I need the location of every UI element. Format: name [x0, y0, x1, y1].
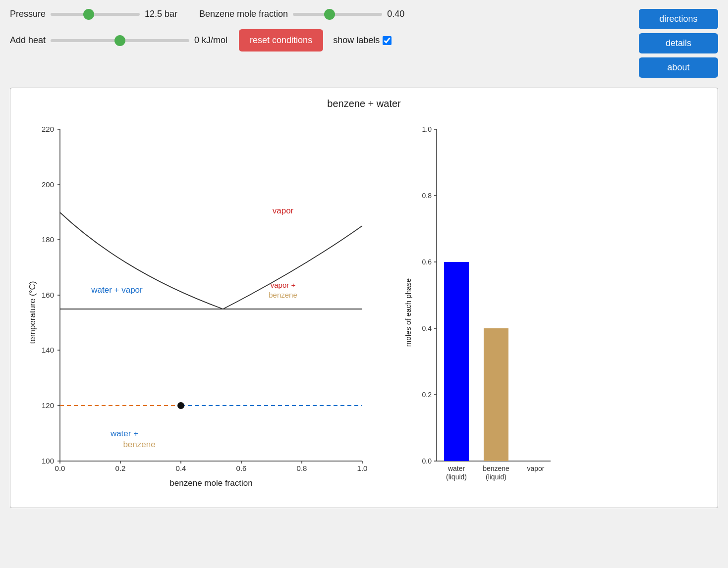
svg-text:0.6: 0.6	[422, 258, 432, 266]
about-button[interactable]: about	[639, 57, 718, 78]
svg-text:140: 140	[42, 346, 54, 354]
benzene-mole-label: Benzene mole fraction	[199, 9, 288, 19]
state-dot	[177, 402, 184, 409]
x-axis-label: benzene mole fraction	[169, 478, 252, 488]
water-vapor-label: water + vapor	[91, 285, 143, 295]
phase-diagram: temperature (°C) 100 120 140	[25, 114, 382, 493]
show-labels-group: show labels	[333, 35, 392, 46]
svg-text:0.0: 0.0	[422, 457, 432, 465]
svg-text:0.2: 0.2	[422, 391, 432, 399]
svg-text:1.0: 1.0	[422, 125, 432, 133]
heat-value: 0 kJ/mol	[194, 35, 229, 46]
chart-title: benzene + water	[25, 98, 703, 109]
phase-diagram-svg: temperature (°C) 100 120 140	[25, 114, 382, 491]
vapor-benzene-label-benzene: benzene	[269, 291, 297, 299]
svg-text:160: 160	[42, 291, 54, 299]
vapor-label: vapor	[273, 206, 294, 215]
svg-text:0.4: 0.4	[176, 464, 186, 472]
svg-text:(liquid): (liquid)	[446, 473, 467, 481]
svg-text:0.6: 0.6	[236, 464, 247, 472]
benzene-bar	[484, 328, 508, 461]
water-bar	[444, 262, 469, 461]
svg-text:benzene: benzene	[483, 465, 509, 472]
svg-text:100: 100	[42, 457, 54, 465]
svg-text:(liquid): (liquid)	[486, 473, 506, 481]
show-labels-text: show labels	[333, 35, 380, 46]
water-benzene-label-benzene: benzene	[123, 440, 155, 449]
bar-chart: moles of each phase 0.0 0.2 0.4 0.6 0.8 …	[402, 114, 560, 493]
show-labels-checkbox[interactable]	[383, 36, 392, 45]
benzene-slider[interactable]	[293, 13, 382, 16]
pressure-value: 12.5 bar	[145, 9, 179, 19]
water-benzene-label-water: water +	[110, 429, 138, 438]
benzene-value: 0.40	[387, 9, 422, 19]
svg-text:0.8: 0.8	[297, 464, 307, 472]
details-button[interactable]: details	[639, 33, 718, 53]
heat-slider[interactable]	[51, 39, 189, 42]
charts-row: temperature (°C) 100 120 140	[25, 114, 703, 493]
svg-text:vapor: vapor	[527, 465, 544, 472]
vapor-benzene-label-vapor: vapor +	[271, 281, 296, 289]
heat-label: Add heat	[10, 35, 46, 46]
right-button-group: directions details about	[639, 9, 718, 78]
svg-text:180: 180	[42, 235, 54, 244]
main-panel: benzene + water temperature (°C) 100	[10, 88, 718, 508]
bar-y-label: moles of each phase	[404, 278, 412, 347]
svg-text:0.4: 0.4	[422, 324, 432, 332]
pressure-label: Pressure	[10, 9, 46, 19]
svg-text:200: 200	[42, 180, 54, 189]
pressure-slider[interactable]	[51, 13, 140, 16]
svg-text:120: 120	[42, 401, 54, 410]
svg-text:1.0: 1.0	[357, 464, 368, 472]
bar-chart-svg: moles of each phase 0.0 0.2 0.4 0.6 0.8 …	[402, 114, 560, 491]
svg-text:0.0: 0.0	[55, 464, 65, 472]
svg-text:220: 220	[42, 125, 54, 133]
directions-button[interactable]: directions	[639, 9, 718, 29]
reset-button[interactable]: reset conditions	[239, 29, 323, 52]
svg-text:0.2: 0.2	[115, 464, 126, 472]
svg-text:0.8: 0.8	[422, 192, 432, 200]
y-axis-label: temperature (°C)	[28, 281, 37, 344]
svg-text:water: water	[448, 465, 465, 472]
